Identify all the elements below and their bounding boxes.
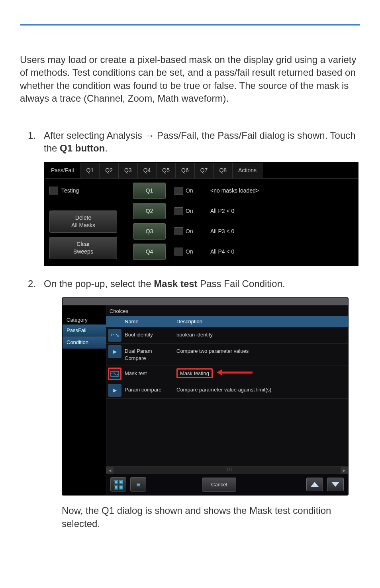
testing-checkbox-row: Testing (49, 187, 129, 195)
condition-chooser-dialog: Category PassFail Condition Choices Name… (62, 297, 349, 496)
q3-on-checkbox[interactable] (174, 227, 183, 235)
mask-test-desc-cell: Mask testing (175, 366, 348, 382)
tab-q6[interactable]: Q6 (176, 163, 195, 178)
step-2-bold: Mask test (154, 278, 197, 289)
col-name: Name (123, 316, 175, 328)
view-list-button[interactable]: ≣ (130, 477, 146, 492)
cancel-button[interactable]: Cancel (202, 478, 236, 492)
callout-arrow-icon (217, 369, 253, 376)
q3-on-label: On (186, 228, 193, 235)
list-icon: ≣ (136, 482, 141, 487)
step-1-bold: Q1 button (60, 143, 105, 153)
mask-test-desc: Mask testing (176, 368, 213, 378)
q3-button[interactable]: Q3 (133, 223, 166, 240)
result-paragraph: Now, the Q1 dialog is shown and shows th… (62, 504, 360, 530)
col-description: Description (175, 316, 348, 328)
tab-q1[interactable]: Q1 (81, 163, 100, 178)
triangle-down-icon (331, 482, 339, 487)
clear-sweeps-button[interactable]: Clear Sweeps (49, 237, 117, 259)
tab-passfail[interactable]: Pass/Fail (45, 163, 81, 178)
q2-button[interactable]: Q2 (133, 203, 166, 219)
category-header: Category (63, 317, 106, 324)
scroll-right-icon[interactable]: ► (341, 467, 348, 474)
q4-button[interactable]: Q4 (133, 244, 166, 260)
q4-on-label: On (186, 248, 193, 256)
up-button[interactable] (306, 478, 323, 491)
tab-q8[interactable]: Q8 (214, 163, 233, 178)
passfail-dialog: Pass/Fail Q1 Q2 Q3 Q4 Q5 Q6 Q7 Q8 Action… (44, 162, 358, 266)
step-1-pre: After selecting Analysis (44, 130, 145, 141)
dual-param-name: Dual Param Compare (123, 344, 175, 366)
param-compare-icon: ▶ (108, 384, 121, 397)
eye-waveform-icon (110, 370, 119, 378)
testing-label: Testing (61, 187, 79, 195)
list-header-row: Name Description (106, 316, 348, 328)
step-2-post: Pass Fail Condition. (198, 278, 285, 289)
q4-status: All P4 < 0 (210, 248, 234, 256)
view-grid-button[interactable]: ▣▣▣▣ (110, 477, 126, 492)
category-condition[interactable]: Condition (63, 336, 106, 349)
step-1-text: After selecting Analysis → Pass/Fail, th… (44, 129, 360, 155)
choices-header: Choices (106, 305, 348, 316)
bool-identity-name: Bool identity (123, 327, 175, 343)
list-item-bool-identity[interactable]: 1×PN Bool identity boolean identity (106, 327, 348, 344)
step-1-number: 1. (20, 129, 44, 155)
q1-button[interactable]: Q1 (133, 183, 166, 199)
list-item-dual-param[interactable]: ▶ Dual Param Compare Compare two paramet… (106, 344, 348, 366)
tab-q7[interactable]: Q7 (195, 163, 214, 178)
list-item-mask-test[interactable]: Mask test Mask testing (106, 366, 348, 382)
step-2: 2. On the pop-up, select the Mask test P… (20, 277, 360, 290)
q1-status: <no masks loaded> (210, 187, 259, 195)
tab-q3[interactable]: Q3 (119, 163, 138, 178)
scroll-left-icon[interactable]: ◄ (106, 467, 114, 474)
step-2-number: 2. (20, 277, 44, 290)
param-compare-desc: Compare parameter value against limit(s) (175, 382, 348, 398)
param-compare-name: Param compare (123, 382, 175, 398)
q1-on-checkbox[interactable] (174, 187, 183, 195)
tab-q4[interactable]: Q4 (138, 163, 157, 178)
q3-status: All P3 < 0 (210, 228, 234, 235)
down-button[interactable] (327, 478, 344, 491)
tab-row: Pass/Fail Q1 Q2 Q3 Q4 Q5 Q6 Q7 Q8 Action… (45, 163, 358, 179)
triangle-up-icon (311, 482, 319, 487)
dual-param-icon: ▶ (108, 345, 121, 358)
grid-icon: ▣▣▣▣ (114, 479, 123, 490)
q4-on-checkbox[interactable] (174, 248, 183, 256)
step-1-post: . (105, 143, 108, 153)
tab-q2[interactable]: Q2 (100, 163, 119, 178)
tab-actions[interactable]: Actions (233, 163, 262, 178)
mask-test-name: Mask test (123, 366, 175, 382)
q2-on-label: On (186, 207, 193, 215)
arrow-icon: → (145, 130, 154, 141)
q2-on-checkbox[interactable] (174, 207, 183, 215)
mask-test-icon (108, 368, 121, 380)
step-1: 1. After selecting Analysis → Pass/Fail,… (20, 129, 360, 155)
delete-all-masks-button[interactable]: Delete All Masks (49, 210, 117, 233)
q2-status: All P2 < 0 (210, 207, 234, 215)
intro-paragraph: Users may load or create a pixel-based m… (20, 53, 360, 105)
q1-on-label: On (186, 187, 193, 195)
step-2-pre: On the pop-up, select the (44, 278, 154, 289)
dialog-titlebar (63, 298, 348, 305)
list-item-param-compare[interactable]: ▶ Param compare Compare parameter value … (106, 382, 348, 399)
step-2-text: On the pop-up, select the Mask test Pass… (44, 277, 360, 290)
horizontal-scrollbar[interactable]: ◄ ► (106, 466, 348, 474)
tab-q5[interactable]: Q5 (157, 163, 176, 178)
dual-param-desc: Compare two parameter values (175, 344, 348, 366)
testing-checkbox[interactable] (49, 187, 58, 195)
bool-identity-desc: boolean identity (175, 327, 348, 343)
bool-identity-icon: 1×PN (108, 329, 121, 342)
header-rule (20, 24, 360, 26)
category-passfail[interactable]: PassFail (63, 324, 106, 337)
